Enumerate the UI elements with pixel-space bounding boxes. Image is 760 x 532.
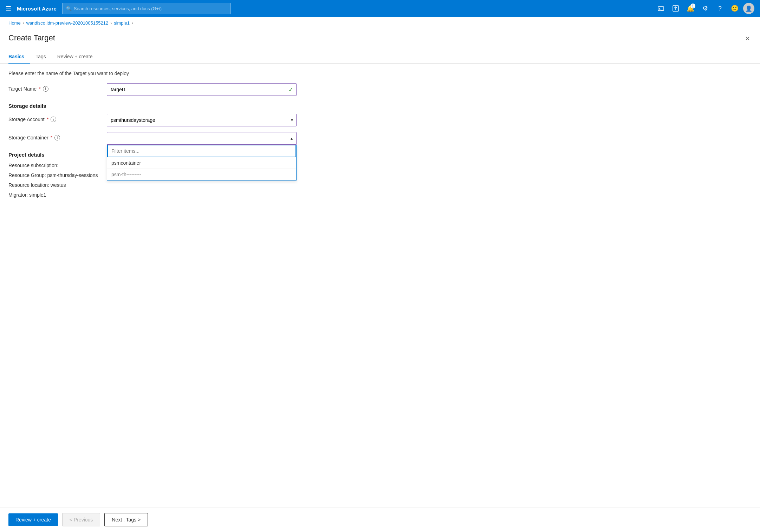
dropdown-item-partial: psm-th--------- [107, 169, 296, 180]
target-name-row: Target Name * i ✓ [8, 83, 752, 96]
breadcrumb-resource[interactable]: wandisco.ldm-preview-20201005155212 [26, 20, 108, 26]
notifications-icon[interactable]: 🔔 1 [684, 2, 697, 15]
review-create-button[interactable]: Review + create [8, 513, 58, 526]
resource-location: Resource location: westus [8, 182, 752, 188]
tabs: Basics Tags Review + create [0, 44, 760, 64]
dropdown-item-psmcontainer[interactable]: psmcontainer [107, 157, 296, 169]
smiley-icon[interactable]: 🙂 [728, 2, 741, 15]
form-description: Please enter the name of the Target you … [8, 71, 752, 76]
brand-title: Microsoft Azure [17, 6, 57, 12]
topnav: ☰ Microsoft Azure 🔍 🔔 1 ⚙ ? [0, 0, 760, 17]
breadcrumb-sep-3: › [132, 21, 133, 26]
storage-account-row: Storage Account * i psmthursdaystorage ▾ [8, 114, 752, 126]
breadcrumb-sep-2: › [110, 21, 112, 26]
close-button[interactable]: ✕ [743, 33, 752, 44]
footer: Review + create < Previous Next : Tags > [0, 507, 760, 532]
storage-container-control: ▴ psmcontainer psm-th--------- [107, 132, 297, 145]
notification-badge: 1 [690, 4, 695, 8]
storage-account-select[interactable]: psmthursdaystorage [107, 114, 297, 126]
tab-tags[interactable]: Tags [30, 51, 52, 64]
migrator: Migrator: simple1 [8, 192, 752, 198]
settings-icon[interactable]: ⚙ [699, 2, 712, 15]
search-input[interactable] [74, 6, 227, 11]
panel-header: Create Target ✕ [0, 28, 760, 44]
storage-container-label: Storage Container * i [8, 132, 107, 140]
check-icon: ✓ [288, 86, 293, 93]
form-content: Please enter the name of the Target you … [0, 64, 760, 507]
breadcrumb-simple1[interactable]: simple1 [114, 20, 130, 26]
storage-container-info-icon[interactable]: i [54, 135, 60, 140]
search-box[interactable]: 🔍 [62, 3, 231, 14]
main-panel: Home › wandisco.ldm-preview-202010051552… [0, 17, 760, 532]
storage-container-trigger[interactable]: ▴ [107, 132, 297, 145]
dropdown-panel: psmcontainer psm-th--------- [107, 145, 297, 180]
breadcrumb: Home › wandisco.ldm-preview-202010051552… [0, 17, 760, 28]
filter-input[interactable] [107, 145, 296, 157]
required-asterisk: * [39, 86, 40, 92]
breadcrumb-home[interactable]: Home [8, 20, 21, 26]
previous-button[interactable]: < Previous [62, 513, 100, 526]
chevron-up-icon: ▴ [291, 136, 293, 141]
target-name-info-icon[interactable]: i [43, 86, 48, 92]
menu-icon[interactable]: ☰ [6, 5, 11, 12]
avatar[interactable]: 👤 [743, 3, 754, 14]
search-icon: 🔍 [66, 6, 72, 11]
cloud-shell-icon[interactable] [655, 2, 667, 15]
storage-account-control: psmthursdaystorage ▾ [107, 114, 297, 126]
tab-basics[interactable]: Basics [8, 51, 30, 64]
storage-account-label: Storage Account * i [8, 114, 107, 122]
target-name-control: ✓ [107, 83, 297, 96]
help-icon[interactable]: ? [714, 2, 726, 15]
target-name-label: Target Name * i [8, 83, 107, 92]
required-asterisk-3: * [51, 135, 52, 140]
required-asterisk-2: * [47, 117, 48, 122]
storage-account-info-icon[interactable]: i [51, 117, 56, 122]
next-button[interactable]: Next : Tags > [104, 513, 148, 526]
panel-title: Create Target [8, 33, 55, 42]
storage-container-row: Storage Container * i ▴ psmcontainer psm… [8, 132, 752, 145]
storage-section-header: Storage details [8, 103, 752, 109]
tab-review-create[interactable]: Review + create [52, 51, 98, 64]
target-name-input[interactable] [107, 83, 297, 96]
upload-icon[interactable] [669, 2, 682, 15]
topnav-icons: 🔔 1 ⚙ ? 🙂 👤 [655, 2, 754, 15]
breadcrumb-sep-1: › [23, 21, 24, 26]
